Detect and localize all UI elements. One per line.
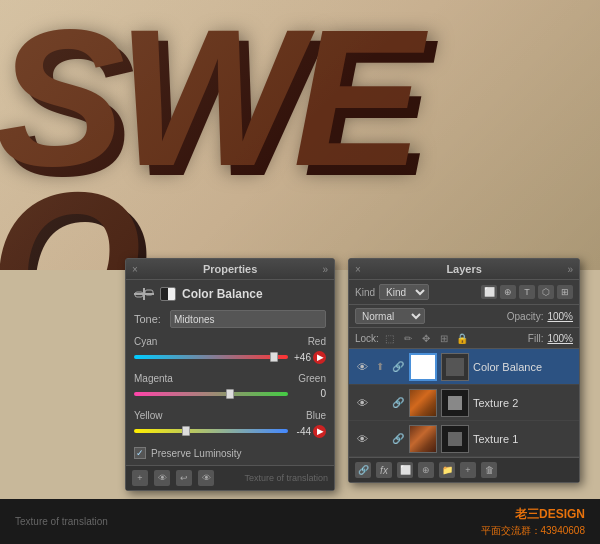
magenta-green-thumb[interactable] — [226, 389, 234, 399]
layer-name-texture2: Texture 2 — [473, 397, 573, 409]
properties-panel-expand[interactable]: » — [322, 264, 328, 275]
cyan-red-track — [134, 355, 288, 359]
layers-effects-btn[interactable]: fx — [376, 462, 392, 478]
layer-row-texture2[interactable]: 👁 🔗 Texture 2 — [349, 385, 579, 421]
preserve-luminosity-row: ✓ Preserve Luminosity — [134, 447, 326, 459]
fill-label: Fill: — [528, 333, 544, 344]
layers-delete-btn[interactable]: 🗑 — [481, 462, 497, 478]
cyan-red-arrow: ▶ — [313, 351, 326, 364]
tone-select[interactable]: Midtones Shadows Highlights — [170, 310, 326, 328]
visibility-btn[interactable]: 👁 — [154, 470, 170, 486]
cyan-red-value-row: +46 ▶ — [294, 351, 326, 364]
properties-panel-footer: + 👁 ↩ 👁 Texture of translation — [126, 465, 334, 490]
magenta-green-value-row: 0 — [320, 388, 326, 399]
kind-select[interactable]: Kind — [379, 284, 429, 300]
layer-filter-icons: ⬜ ⊕ T ⬡ ⊞ — [481, 285, 573, 299]
layer-name-color-balance: Color Balance — [473, 361, 573, 373]
layers-add-btn[interactable]: + — [460, 462, 476, 478]
info-btn[interactable]: 👁 — [198, 470, 214, 486]
layers-panel-close[interactable]: × — [355, 264, 361, 275]
add-layer-btn[interactable]: + — [132, 470, 148, 486]
magenta-green-value: 0 — [320, 388, 326, 399]
cyan-red-value: +46 — [294, 352, 311, 363]
color-balance-icon — [134, 286, 154, 302]
layer-thumb-texture2 — [409, 389, 437, 417]
bottom-bar: Texture of translation 老三DESIGN 平面交流群：43… — [0, 499, 600, 544]
kind-label: Kind — [355, 287, 375, 298]
bw-icon — [160, 287, 176, 301]
red-label: Red — [308, 336, 326, 347]
layer-thumb-color-balance — [409, 353, 437, 381]
filter-text-icon[interactable]: T — [519, 285, 535, 299]
cyan-red-slider-group: Cyan Red +46 ▶ — [134, 336, 326, 367]
layer-row-color-balance[interactable]: 👁 ⬆ 🔗 Color Balance — [349, 349, 579, 385]
layers-panel: × Layers » Kind Kind ⬜ ⊕ T ⬡ ⊞ Normal Op… — [348, 258, 580, 483]
magenta-green-slider-container: 0 — [134, 386, 326, 404]
yellow-blue-value: -44 — [297, 426, 311, 437]
lock-pixels-icon[interactable]: ✏ — [401, 331, 415, 345]
yellow-blue-arrow: ▶ — [313, 425, 326, 438]
color-balance-title: Color Balance — [182, 287, 263, 301]
yellow-blue-slider-group: Yellow Blue -44 ▶ — [134, 410, 326, 441]
history-btn[interactable]: ↩ — [176, 470, 192, 486]
lock-icons: ⬚ ✏ ✥ ⊞ 🔒 — [383, 331, 469, 345]
opacity-value[interactable]: 100% — [547, 311, 573, 322]
properties-panel-content: Color Balance Tone: Midtones Shadows Hig… — [126, 280, 334, 465]
brand-name: 老三DESIGN — [481, 505, 586, 524]
yellow-blue-slider-container: -44 ▶ — [134, 423, 326, 441]
brand-info: 老三DESIGN 平面交流群：43940608 — [481, 505, 586, 538]
blend-mode-select[interactable]: Normal — [355, 308, 425, 324]
filter-smart-icon[interactable]: ⊞ — [557, 285, 573, 299]
preserve-label: Preserve Luminosity — [151, 448, 242, 459]
filter-pixel-icon[interactable]: ⬜ — [481, 285, 497, 299]
layers-search-row: Kind Kind ⬜ ⊕ T ⬡ ⊞ — [349, 280, 579, 305]
layers-mask-btn[interactable]: ⬜ — [397, 462, 413, 478]
layers-panel-expand[interactable]: » — [567, 264, 573, 275]
layers-panel-header: × Layers » — [349, 259, 579, 280]
lock-row: Lock: ⬚ ✏ ✥ ⊞ 🔒 Fill: 100% — [349, 328, 579, 349]
properties-panel-title: Properties — [203, 263, 257, 275]
link-icon-color-balance: ⬆ — [373, 361, 387, 372]
lock-position-icon[interactable]: ✥ — [419, 331, 433, 345]
cyan-label: Cyan — [134, 336, 157, 347]
layers-link-btn[interactable]: 🔗 — [355, 462, 371, 478]
footer-text: Texture of translation — [244, 473, 328, 483]
magenta-green-track — [134, 392, 288, 396]
fill-value[interactable]: 100% — [547, 333, 573, 344]
layers-group-btn[interactable]: 📁 — [439, 462, 455, 478]
lock-transparency-icon[interactable]: ⬚ — [383, 331, 397, 345]
tone-row: Tone: Midtones Shadows Highlights — [134, 310, 326, 328]
chain-icon-texture1: 🔗 — [391, 432, 405, 446]
layer-row-texture1[interactable]: 👁 🔗 Texture 1 — [349, 421, 579, 457]
properties-panel-close[interactable]: × — [132, 264, 138, 275]
chocolate-text-row2: O — [0, 148, 137, 270]
preserve-checkbox[interactable]: ✓ — [134, 447, 146, 459]
blue-label: Blue — [306, 410, 326, 421]
eye-icon-texture2[interactable]: 👁 — [355, 397, 369, 409]
layer-mask-texture1 — [441, 425, 469, 453]
filter-shape-icon[interactable]: ⬡ — [538, 285, 554, 299]
opacity-label: Opacity: — [507, 311, 544, 322]
layers-panel-footer: 🔗 fx ⬜ ⊕ 📁 + 🗑 — [349, 457, 579, 482]
layers-adjustment-btn[interactable]: ⊕ — [418, 462, 434, 478]
translation-text: Texture of translation — [15, 516, 108, 527]
properties-panel: × Properties » Color Balance Tone: Midto… — [125, 258, 335, 491]
blend-opacity-row: Normal Opacity: 100% — [349, 305, 579, 328]
eye-icon-color-balance[interactable]: 👁 — [355, 361, 369, 373]
tone-label: Tone: — [134, 313, 164, 325]
cyan-red-thumb[interactable] — [270, 352, 278, 362]
yellow-blue-track — [134, 429, 288, 433]
green-label: Green — [298, 373, 326, 384]
magenta-green-labels: Magenta Green — [134, 373, 326, 384]
layers-panel-title: Layers — [446, 263, 481, 275]
yellow-blue-value-row: -44 ▶ — [297, 425, 326, 438]
eye-icon-texture1[interactable]: 👁 — [355, 433, 369, 445]
yellow-blue-thumb[interactable] — [182, 426, 190, 436]
filter-adjust-icon[interactable]: ⊕ — [500, 285, 516, 299]
lock-label: Lock: — [355, 333, 379, 344]
canvas-area: SWE O — [0, 0, 600, 270]
brand-group: 平面交流群：43940608 — [481, 524, 586, 538]
lock-artboard-icon[interactable]: ⊞ — [437, 331, 451, 345]
magenta-label: Magenta — [134, 373, 173, 384]
lock-all-icon[interactable]: 🔒 — [455, 331, 469, 345]
